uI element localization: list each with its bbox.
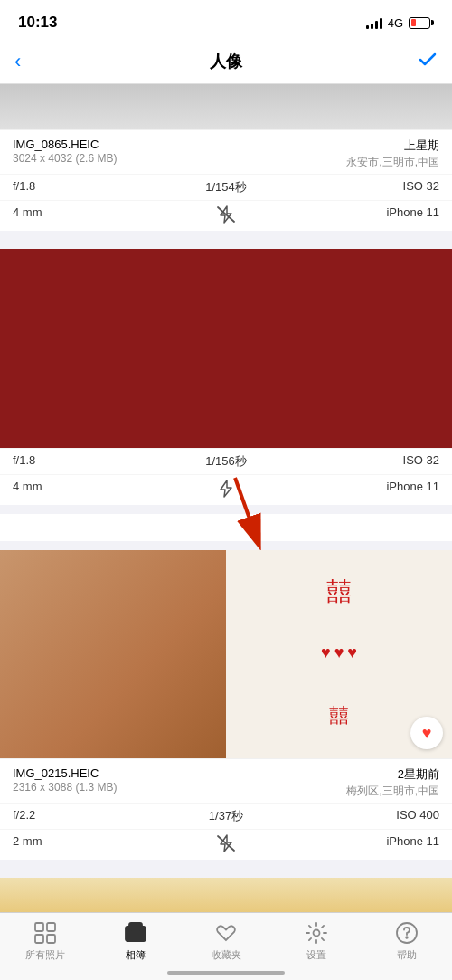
- svg-rect-10: [47, 935, 55, 943]
- status-bar: 10:13 4G: [0, 0, 452, 40]
- all-photos-icon: [33, 920, 58, 946]
- card3-iso: ISO 400: [297, 808, 439, 824]
- card1-meta-row: IMG_0865.HEIC 3024 x 4032 (2.6 MB) 上星期 永…: [0, 129, 452, 174]
- card1-date: 上星期: [226, 138, 439, 154]
- tab-all-photos[interactable]: 所有照片: [9, 920, 81, 962]
- card3-aperture: f/2.2: [13, 808, 155, 824]
- svg-point-13: [314, 930, 320, 937]
- card3-meta-row: IMG_0215.HEIC 2316 x 3088 (1.3 MB) 2星期前 …: [0, 758, 452, 803]
- card3-image-wrap: 囍 ♥ ♥ ♥ 囍 ♥: [0, 550, 452, 758]
- arrow-annotation: [208, 469, 280, 554]
- card3-image-left: [0, 550, 226, 758]
- photo-card-3: 囍 ♥ ♥ ♥ 囍 ♥ IMG_0215.HEIC 2316 x 3088 (1…: [0, 550, 452, 860]
- card3-flash-icon: [155, 834, 297, 855]
- heart-badge[interactable]: ♥: [410, 717, 443, 749]
- photo-card-1: IMG_0865.HEIC 3024 x 4032 (2.6 MB) 上星期 永…: [0, 84, 452, 231]
- card1-aperture: f/1.8: [13, 179, 155, 195]
- card2-image: [0, 249, 452, 448]
- tab-album-label: 相簿: [126, 948, 146, 962]
- card3-exif-row1: f/2.2 1/37秒 ISO 400: [0, 803, 452, 829]
- tab-help[interactable]: 帮助: [371, 920, 443, 962]
- battery-icon: [409, 17, 434, 29]
- card1-filename: IMG_0865.HEIC: [13, 138, 226, 151]
- arrow-container: [0, 514, 452, 541]
- status-icons: 4G: [366, 16, 434, 30]
- card2-aperture: f/1.8: [13, 453, 155, 470]
- tab-help-label: 帮助: [397, 948, 417, 962]
- card1-location: 永安市,三明市,中国: [226, 155, 439, 170]
- divider-1: [0, 240, 452, 249]
- tab-favorites-label: 收藏夹: [212, 948, 241, 962]
- back-button[interactable]: ‹: [14, 50, 42, 73]
- confirm-button[interactable]: [410, 49, 438, 74]
- card3-exif-row2: 2 mm iPhone 11: [0, 829, 452, 860]
- svg-rect-12: [131, 930, 140, 937]
- svg-rect-8: [47, 923, 55, 931]
- tab-settings[interactable]: 设置: [280, 920, 353, 962]
- card1-device: iPhone 11: [297, 205, 439, 226]
- svg-line-4: [235, 478, 255, 534]
- page-title: 人像: [210, 51, 242, 72]
- card1-iso: ISO 32: [297, 179, 439, 195]
- card2-shutter: 1/156秒: [155, 453, 297, 470]
- card3-focal: 2 mm: [13, 834, 155, 855]
- card3-date: 2星期前: [226, 766, 439, 783]
- card2-device: iPhone 11: [297, 480, 439, 500]
- card1-image-partial: [0, 84, 452, 129]
- card2-iso: ISO 32: [297, 453, 439, 470]
- help-icon: [394, 920, 419, 946]
- divider-3: [0, 869, 452, 878]
- tab-favorites[interactable]: 收藏夹: [190, 920, 262, 962]
- card3-location: 梅列区,三明市,中国: [226, 784, 439, 799]
- svg-point-15: [406, 937, 408, 938]
- svg-rect-7: [35, 923, 43, 931]
- tab-bar: 所有照片 相簿 收藏夹 设置: [0, 912, 452, 980]
- settings-icon: [304, 920, 329, 946]
- tab-all-photos-label: 所有照片: [25, 948, 65, 962]
- svg-rect-9: [35, 935, 43, 943]
- card1-exif-row1: f/1.8 1/154秒 ISO 32: [0, 174, 452, 200]
- album-icon: [123, 920, 148, 946]
- home-indicator: [167, 971, 285, 975]
- card1-focal: 4 mm: [13, 205, 155, 226]
- content-area: IMG_0865.HEIC 3024 x 4032 (2.6 MB) 上星期 永…: [0, 84, 452, 980]
- signal-icon: [366, 16, 382, 29]
- favorites-icon: [213, 920, 239, 946]
- nav-bar: ‹ 人像: [0, 40, 452, 84]
- network-label: 4G: [388, 16, 403, 30]
- card2-focal: 4 mm: [13, 480, 155, 500]
- status-time: 10:13: [18, 14, 57, 32]
- card3-filename: IMG_0215.HEIC: [13, 766, 226, 780]
- tab-album[interactable]: 相簿: [99, 920, 172, 962]
- card1-dimensions: 3024 x 4032 (2.6 MB): [13, 152, 226, 165]
- photo-card-2: f/1.8 1/156秒 ISO 32 4 mm iPhone 11: [0, 249, 452, 505]
- card1-flash-icon: [155, 205, 297, 226]
- card1-exif-row2: 4 mm iPhone 11: [0, 200, 452, 231]
- card3-shutter: 1/37秒: [155, 808, 297, 824]
- tab-settings-label: 设置: [306, 948, 326, 962]
- card3-device: iPhone 11: [297, 834, 439, 855]
- card1-shutter: 1/154秒: [155, 179, 297, 195]
- card3-dimensions: 2316 x 3088 (1.3 MB): [13, 781, 226, 794]
